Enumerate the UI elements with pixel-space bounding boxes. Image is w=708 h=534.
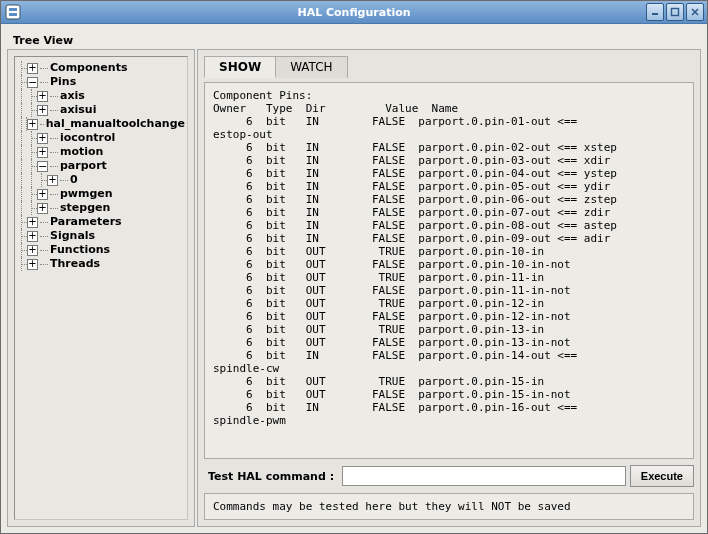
command-label: Test HAL command : <box>204 470 338 483</box>
window-title: HAL Configuration <box>297 6 410 19</box>
expand-icon[interactable] <box>37 189 48 200</box>
expand-icon[interactable] <box>27 231 38 242</box>
close-button[interactable] <box>686 3 704 21</box>
expand-icon[interactable] <box>37 203 48 214</box>
tree-item-label: axisui <box>60 103 96 117</box>
tree-item-label: motion <box>60 145 103 159</box>
expand-icon[interactable] <box>27 63 38 74</box>
tab-watch[interactable]: WATCH <box>275 56 348 78</box>
tree-item[interactable]: iocontrol <box>17 131 185 145</box>
tree-item-label: Threads <box>50 257 100 271</box>
svg-rect-0 <box>6 5 20 19</box>
tree-item-label: Components <box>50 61 127 75</box>
tree-item-label: Parameters <box>50 215 122 229</box>
tree-item-label: stepgen <box>60 201 110 215</box>
output-area: Component Pins: Owner Type Dir Value Nam… <box>204 82 694 459</box>
detail-panel: SHOW WATCH Component Pins: Owner Type Di… <box>197 49 701 527</box>
svg-rect-4 <box>672 9 679 16</box>
maximize-button[interactable] <box>666 3 684 21</box>
tree-item[interactable]: Pins <box>17 75 185 89</box>
tree-item[interactable]: Threads <box>17 257 185 271</box>
tree-item-label: iocontrol <box>60 131 115 145</box>
hint-text: Commands may be tested here but they wil… <box>204 493 694 520</box>
expand-icon[interactable] <box>27 119 37 130</box>
tree-item[interactable]: motion <box>17 145 185 159</box>
tree-item[interactable]: stepgen <box>17 201 185 215</box>
tree-item[interactable]: parport <box>17 159 185 173</box>
tree-item-label: hal_manualtoolchange <box>46 117 185 131</box>
expand-icon[interactable] <box>37 105 48 116</box>
tree-item-label: Functions <box>50 243 110 257</box>
tree-item-label: axis <box>60 89 85 103</box>
tree-item[interactable]: axis <box>17 89 185 103</box>
tree[interactable]: ComponentsPinsaxisaxisuihal_manualtoolch… <box>14 56 188 520</box>
expand-icon[interactable] <box>27 245 38 256</box>
expand-icon[interactable] <box>37 133 48 144</box>
expand-icon[interactable] <box>27 217 38 228</box>
tree-item-label: 0 <box>70 173 78 187</box>
tree-item[interactable]: pwmgen <box>17 187 185 201</box>
tree-item[interactable]: Signals <box>17 229 185 243</box>
expand-icon[interactable] <box>37 147 48 158</box>
tree-item-label: parport <box>60 159 107 173</box>
tree-item[interactable]: Parameters <box>17 215 185 229</box>
tree-item[interactable]: Components <box>17 61 185 75</box>
titlebar: HAL Configuration <box>1 1 707 24</box>
expand-icon[interactable] <box>47 175 58 186</box>
command-input[interactable] <box>342 466 626 486</box>
execute-button[interactable]: Execute <box>630 465 694 487</box>
collapse-icon[interactable] <box>37 161 48 172</box>
tree-item[interactable]: hal_manualtoolchange <box>17 117 185 131</box>
tree-item-label: Signals <box>50 229 95 243</box>
output-text: Component Pins: Owner Type Dir Value Nam… <box>213 89 685 427</box>
minimize-button[interactable] <box>646 3 664 21</box>
tree-view-label: Tree View <box>13 34 73 47</box>
collapse-icon[interactable] <box>27 77 38 88</box>
tabs: SHOW WATCH <box>204 56 694 78</box>
tree-item[interactable]: Functions <box>17 243 185 257</box>
tab-show[interactable]: SHOW <box>204 56 276 78</box>
app-icon <box>5 4 21 23</box>
tree-item-label: Pins <box>50 75 76 89</box>
tree-item[interactable]: axisui <box>17 103 185 117</box>
tree-item[interactable]: 0 <box>17 173 185 187</box>
tree-item-label: pwmgen <box>60 187 113 201</box>
svg-rect-2 <box>9 13 17 16</box>
expand-icon[interactable] <box>37 91 48 102</box>
tree-panel: ComponentsPinsaxisaxisuihal_manualtoolch… <box>7 49 195 527</box>
expand-icon[interactable] <box>27 259 38 270</box>
svg-rect-1 <box>9 8 17 11</box>
